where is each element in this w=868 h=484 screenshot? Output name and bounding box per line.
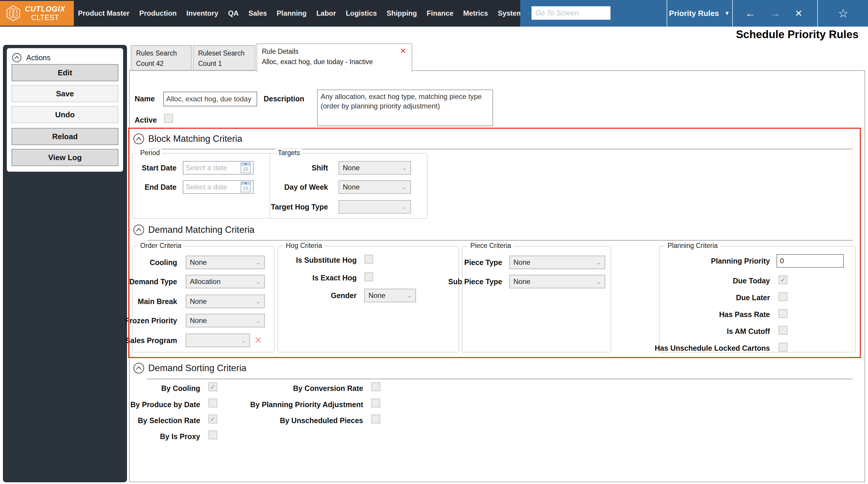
piece-type-dropdown[interactable]: None ⌄ xyxy=(509,256,605,269)
section-divider xyxy=(147,378,852,379)
favorite-star-icon[interactable]: ☆ xyxy=(838,0,848,27)
menu-item-inventory[interactable]: Inventory xyxy=(186,9,218,18)
cooling-dropdown[interactable]: None ⌄ xyxy=(186,256,265,269)
tab-rule-details[interactable]: Rule Details Alloc, exact hog, due today… xyxy=(256,44,412,72)
shift-label: Shift xyxy=(311,164,328,172)
dropdown-triangle-icon: ▼ xyxy=(724,10,730,17)
menu-item-metrics[interactable]: Metrics xyxy=(463,9,488,18)
active-checkbox[interactable] xyxy=(164,114,173,123)
target-hog-type-dropdown[interactable]: ⌄ xyxy=(339,200,411,213)
shift-dropdown[interactable]: None ⌄ xyxy=(339,161,411,175)
menu-item-production[interactable]: Production xyxy=(140,9,177,18)
by-conversion-rate-checkbox[interactable] xyxy=(371,382,380,391)
name-label: Name xyxy=(135,94,155,103)
by-is-proxy-checkbox[interactable] xyxy=(209,430,217,439)
demand-type-dropdown[interactable]: Allocation ⌄ xyxy=(186,275,265,288)
by-planning-priority-adjustment-checkbox[interactable] xyxy=(371,399,380,407)
planning-priority-label: Planning Priority xyxy=(711,257,770,265)
by-selection-rate-checkbox[interactable]: ✓ xyxy=(209,415,217,423)
frozen-priority-value: None xyxy=(190,316,207,325)
period-legend: Period xyxy=(138,149,162,157)
chevron-down-icon: ⌄ xyxy=(256,259,261,266)
end-date-input[interactable]: Select a date 15 xyxy=(183,180,254,194)
collapse-chevron-icon[interactable] xyxy=(133,133,145,145)
section-divider xyxy=(147,240,852,241)
menu-item-system[interactable]: System xyxy=(498,9,523,18)
by-produce-by-date-checkbox[interactable] xyxy=(209,399,217,407)
piece-type-label: Piece Type xyxy=(464,258,502,267)
menu-item-labor[interactable]: Labor xyxy=(316,9,336,18)
back-arrow-icon[interactable]: ← xyxy=(745,0,756,27)
tab-count: Count 42 xyxy=(136,60,191,68)
save-button[interactable]: Save xyxy=(11,85,118,102)
description-textarea[interactable]: Any allocation, exact hog type, matching… xyxy=(317,89,493,126)
has-pass-rate-checkbox[interactable] xyxy=(779,309,787,318)
screen-selector-dropdown[interactable]: Priority Rules ▼ xyxy=(667,0,732,27)
is-substitute-hog-checkbox[interactable] xyxy=(364,255,373,263)
forward-arrow-icon[interactable]: → xyxy=(770,0,781,27)
by-conversion-rate-label: By Conversion Rate xyxy=(293,384,363,393)
menu-item-logistics[interactable]: Logistics xyxy=(346,9,377,18)
view-log-button[interactable]: View Log xyxy=(11,149,118,166)
is-substitute-hog-label: Is Substitute Hog xyxy=(296,256,356,264)
due-today-checkbox[interactable]: ✓ xyxy=(779,275,787,284)
sub-piece-type-dropdown[interactable]: None ⌄ xyxy=(509,275,605,288)
section-divider xyxy=(147,149,852,149)
shift-value: None xyxy=(343,164,360,172)
clear-sales-program-icon[interactable]: ✕ xyxy=(254,335,262,346)
calendar-icon[interactable]: 15 xyxy=(241,163,251,173)
reload-button[interactable]: Reload xyxy=(11,128,118,145)
is-am-cutoff-checkbox[interactable] xyxy=(779,326,787,335)
is-exact-hog-label: Is Exact Hog xyxy=(312,274,356,282)
collapse-chevron-icon[interactable] xyxy=(133,224,145,236)
edit-button[interactable]: Edit xyxy=(11,64,118,81)
calendar-day: 15 xyxy=(241,166,250,172)
order-criteria-legend: Order Criteria xyxy=(138,242,184,250)
planning-priority-input[interactable] xyxy=(776,254,844,268)
tab-ruleset-search[interactable]: Ruleset Search Count 1 xyxy=(193,45,255,70)
collapse-chevron-icon[interactable] xyxy=(133,362,145,374)
targets-legend: Targets xyxy=(275,149,302,157)
date-placeholder: Select a date xyxy=(186,183,227,191)
tab-label: Rules Search xyxy=(136,49,191,57)
calendar-icon[interactable]: 15 xyxy=(241,182,251,192)
main-break-dropdown[interactable]: None ⌄ xyxy=(186,294,265,308)
is-exact-hog-checkbox[interactable] xyxy=(364,273,373,281)
day-of-week-dropdown[interactable]: None ⌄ xyxy=(339,180,411,194)
close-screen-icon[interactable]: ✕ xyxy=(795,0,802,27)
tab-label: Rule Details xyxy=(262,48,411,56)
day-of-week-label: Day of Week xyxy=(284,183,328,192)
name-input[interactable] xyxy=(163,92,257,106)
sub-piece-type-value: None xyxy=(514,278,530,286)
by-selection-rate-label: By Selection Rate xyxy=(138,416,200,425)
menu-item-finance[interactable]: Finance xyxy=(427,9,454,18)
block-matching-title: Block Matching Criteria xyxy=(148,134,242,144)
tab-close-icon[interactable]: ✕ xyxy=(400,47,406,56)
frozen-priority-dropdown[interactable]: None ⌄ xyxy=(186,314,265,328)
chevron-down-icon: ⌄ xyxy=(402,183,407,191)
menu-item-planning[interactable]: Planning xyxy=(277,9,306,18)
goto-screen-input[interactable] xyxy=(531,6,611,20)
menu-item-shipping[interactable]: Shipping xyxy=(386,9,417,18)
has-unschedule-locked-cartons-label: Has Unschedule Locked Cartons xyxy=(655,344,770,352)
undo-button[interactable]: Undo xyxy=(11,106,118,123)
tab-rules-search[interactable]: Rules Search Count 42 xyxy=(131,45,192,70)
by-cooling-label: By Cooling xyxy=(161,384,200,393)
actions-sidebar: Actions Edit Save Undo Reload View Log xyxy=(3,45,127,482)
sales-program-dropdown[interactable]: ⌄ xyxy=(186,334,250,347)
start-date-input[interactable]: Select a date 15 xyxy=(183,161,254,175)
due-later-checkbox[interactable] xyxy=(779,292,787,301)
by-unscheduled-pieces-checkbox[interactable] xyxy=(371,415,380,423)
menu-item-sales[interactable]: Sales xyxy=(248,9,267,18)
day-of-week-value: None xyxy=(343,183,360,191)
by-cooling-checkbox[interactable]: ✓ xyxy=(209,382,217,391)
menu-item-product-master[interactable]: Product Master xyxy=(78,9,130,18)
by-planning-priority-adjustment-label: By Planning Priority Adjustment xyxy=(250,400,363,409)
by-produce-by-date-label: By Produce by Date xyxy=(130,400,200,409)
collapse-chevron-icon[interactable] xyxy=(11,52,22,63)
menu-item-qa[interactable]: QA xyxy=(228,9,239,18)
hog-criteria-groupbox: Hog Criteria Is Substitute Hog Is Exact … xyxy=(278,246,459,352)
has-unschedule-locked-cartons-checkbox[interactable] xyxy=(779,343,787,352)
actions-panel: Actions Edit Save Undo Reload View Log xyxy=(7,48,123,172)
gender-dropdown[interactable]: None ⌄ xyxy=(364,289,416,302)
